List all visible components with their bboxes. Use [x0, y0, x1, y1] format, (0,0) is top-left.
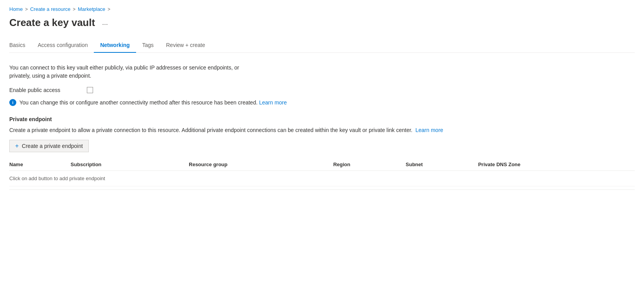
tab-tags[interactable]: Tags [136, 38, 160, 53]
info-icon: i [9, 99, 16, 106]
add-icon: + [15, 142, 19, 149]
col-private-dns-zone: Private DNS Zone [478, 158, 635, 171]
col-region: Region [333, 158, 406, 171]
tabs-container: Basics Access configuration Networking T… [9, 38, 635, 53]
tab-access-configuration[interactable]: Access configuration [31, 38, 94, 53]
table-header: Name Subscription Resource group Region … [9, 158, 635, 171]
private-endpoint-title: Private endpoint [9, 116, 635, 122]
breadcrumb-marketplace[interactable]: Marketplace [78, 6, 105, 12]
ellipsis-button[interactable]: ... [100, 18, 110, 28]
enable-public-access-row: Enable public access [9, 87, 635, 93]
learn-more-link[interactable]: Learn more [259, 99, 287, 106]
enable-public-access-checkbox[interactable] [87, 87, 93, 93]
breadcrumb-separator-3: > [108, 7, 110, 12]
breadcrumb-home[interactable]: Home [9, 6, 23, 12]
private-endpoints-table: Name Subscription Resource group Region … [9, 158, 635, 186]
table-empty-message: Click on add button to add private endpo… [9, 171, 635, 186]
col-resource-group: Resource group [189, 158, 333, 171]
tab-basics[interactable]: Basics [9, 38, 31, 53]
tab-review-create[interactable]: Review + create [160, 38, 211, 53]
table-divider [9, 189, 635, 190]
breadcrumb-separator-1: > [25, 7, 28, 12]
networking-description: You can connect to this key vault either… [9, 64, 250, 80]
col-subnet: Subnet [406, 158, 478, 171]
info-text-content: You can change this or configure another… [19, 99, 257, 106]
private-endpoint-learn-more-link[interactable]: Learn more [416, 127, 444, 133]
breadcrumb-create-resource[interactable]: Create a resource [30, 6, 71, 12]
enable-public-access-checkbox-wrapper [87, 87, 93, 93]
create-private-endpoint-button[interactable]: + Create a private endpoint [9, 140, 89, 152]
table-body: Click on add button to add private endpo… [9, 171, 635, 186]
tab-networking[interactable]: Networking [94, 38, 136, 53]
info-text: You can change this or configure another… [19, 99, 287, 107]
breadcrumb-separator-2: > [73, 7, 76, 12]
col-name: Name [9, 158, 71, 171]
breadcrumb: Home > Create a resource > Marketplace > [9, 6, 635, 12]
private-endpoint-description: Create a private endpoint to allow a pri… [9, 126, 513, 134]
private-endpoint-section: Private endpoint Create a private endpoi… [9, 116, 635, 190]
info-row: i You can change this or configure anoth… [9, 99, 635, 107]
table-empty-row: Click on add button to add private endpo… [9, 171, 635, 186]
col-subscription: Subscription [71, 158, 189, 171]
private-endpoint-description-text: Create a private endpoint to allow a pri… [9, 127, 413, 133]
enable-public-access-label: Enable public access [9, 87, 87, 93]
table-header-row: Name Subscription Resource group Region … [9, 158, 635, 171]
page-title: Create a key vault [9, 17, 95, 29]
create-private-endpoint-label: Create a private endpoint [22, 143, 83, 149]
page-title-row: Create a key vault ... [9, 17, 635, 29]
